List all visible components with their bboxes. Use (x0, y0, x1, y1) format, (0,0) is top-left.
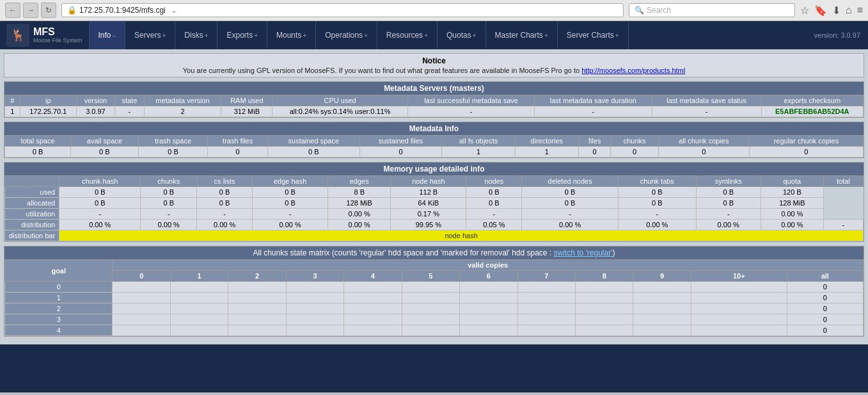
cell (575, 314, 633, 325)
col-trash-space: trash space (138, 136, 208, 147)
nav-suffix-disks: + (205, 32, 209, 39)
cell: 0.00 % (522, 220, 619, 230)
col-symlinks: symlinks (696, 176, 761, 187)
cell: 0.00 % (696, 220, 761, 230)
cell (691, 325, 787, 336)
cell (228, 303, 286, 314)
browser-icons: ☆ 🔖 ⬇ ⌂ ≡ (800, 4, 863, 17)
home-icon[interactable]: ⌂ (846, 4, 852, 17)
menu-icon[interactable]: ≡ (857, 4, 863, 17)
col-all-chunk-copies: all chunk copies (658, 136, 749, 147)
cell: 0 B (619, 198, 697, 209)
col-2: 2 (228, 271, 286, 282)
label-used: used (5, 187, 59, 198)
col-3: 3 (286, 271, 343, 282)
search-icon: 🔍 (635, 6, 644, 15)
matrix-header-prefix: All chunks state matrix (counts 'regular… (253, 248, 553, 257)
nav-item-server-charts[interactable]: Server Charts + (558, 21, 629, 49)
table-row-used: used 0 B 0 B 0 B 0 B 8 B 112 B 0 B 0 B 0… (5, 187, 864, 198)
notice-body: You are currently using GPL version of M… (183, 67, 581, 74)
nav-suffix-servers: + (162, 32, 166, 39)
logo-icon: 🦌 (6, 24, 29, 47)
cell (633, 293, 691, 303)
goal-label-2: 2 (5, 303, 113, 314)
cell (170, 303, 228, 314)
logo-title: MFS (33, 27, 83, 37)
table-row-distribution-bar: distribution bar node hash (5, 230, 864, 241)
nav-suffix-info: – (113, 32, 116, 39)
nav-item-mounts[interactable]: Mounts + (267, 21, 316, 49)
cell: - (522, 209, 619, 220)
cell (402, 282, 459, 293)
cell: 0 (787, 314, 863, 325)
nav-item-master-charts[interactable]: Master Charts + (486, 21, 558, 49)
table-row: 0 B 0 B 0 B 0 0 B 0 1 1 0 0 0 0 (5, 147, 864, 157)
metadata-info-table: total space avail space trash space tras… (4, 135, 864, 157)
cell (113, 314, 170, 325)
metadata-info-section: Metadata Info total space avail space tr… (4, 122, 864, 158)
cell (286, 293, 343, 303)
cell: 120 B (761, 187, 823, 198)
cell (286, 314, 343, 325)
cell (633, 282, 691, 293)
cell-directories: 1 (515, 147, 578, 157)
cell: 8 B (328, 187, 391, 198)
cell-ram-used: 312 MiB (221, 106, 272, 117)
reload-button[interactable]: ↻ (41, 3, 56, 18)
search-bar[interactable]: 🔍 Search (629, 3, 795, 17)
col-sustained-files: sustained files (359, 136, 442, 147)
col-all: all (787, 271, 863, 282)
cell (344, 314, 402, 325)
metadata-info-header: Metadata Info (4, 122, 864, 135)
cell (344, 303, 402, 314)
nav-item-resources[interactable]: Resources + (377, 21, 438, 49)
forward-button[interactable]: → (23, 3, 38, 18)
col-total-space: total space (5, 136, 71, 147)
cell (228, 325, 286, 336)
cell (170, 325, 228, 336)
table-row: 1 172.25.70.1 3.0.97 - 2 312 MiB all:0.2… (5, 106, 864, 117)
bookmark-icon[interactable]: 🔖 (814, 4, 827, 17)
cell (460, 314, 517, 325)
memory-usage-header: Memory usage detailed info (4, 163, 864, 175)
cell: 0 B (197, 198, 253, 209)
matrix-header-suffix: ) (613, 248, 615, 257)
cell: 0 B (466, 198, 522, 209)
star-icon[interactable]: ☆ (800, 4, 809, 17)
goal-label-0: 0 (5, 282, 113, 293)
cell: 0 B (619, 187, 697, 198)
col-state: state (114, 95, 144, 106)
notice-title: Notice (11, 56, 857, 65)
cell: 64 KiB (391, 198, 466, 209)
nav-item-operations[interactable]: Operations + (316, 21, 377, 49)
notice-link[interactable]: http://moosefs.com/products.html (581, 67, 685, 74)
cell: 0 (787, 293, 863, 303)
cell-regular-chunk-copies: 0 (749, 147, 863, 157)
col-directories: directories (515, 136, 578, 147)
nav-suffix-server-charts: + (615, 32, 619, 39)
url-bar[interactable]: 🔒 172.25.70.1:9425/mfs.cgi ⌄ (61, 3, 624, 17)
col-save-duration: last metadata save duration (535, 95, 652, 106)
matrix-row-4: 4 0 (5, 325, 864, 336)
download-icon[interactable]: ⬇ (832, 4, 840, 17)
cell (517, 282, 575, 293)
cell (575, 293, 633, 303)
nav-item-quotas[interactable]: Quotas + (438, 21, 486, 49)
cell (170, 293, 228, 303)
cell-sustained-files: 0 (359, 147, 442, 157)
cell (113, 325, 170, 336)
nav-item-servers[interactable]: Servers + (125, 21, 175, 49)
nav-item-exports[interactable]: Exports + (217, 21, 267, 49)
cell: 0 (787, 282, 863, 293)
cell: 0.00 % (252, 220, 327, 230)
nav-item-info[interactable]: Info – (90, 21, 126, 49)
switch-link[interactable]: switch to 'regular' (554, 248, 613, 257)
nav-item-disks[interactable]: Disks + (175, 21, 217, 49)
cell: 0 B (141, 198, 197, 209)
back-button[interactable]: ← (5, 3, 20, 18)
cell: 0 B (466, 187, 522, 198)
col-0: 0 (113, 271, 170, 282)
cell: 0.00 % (197, 220, 253, 230)
nav-suffix-exports: + (254, 32, 258, 39)
col-chunk-tabs: chunk tabs (619, 176, 697, 187)
